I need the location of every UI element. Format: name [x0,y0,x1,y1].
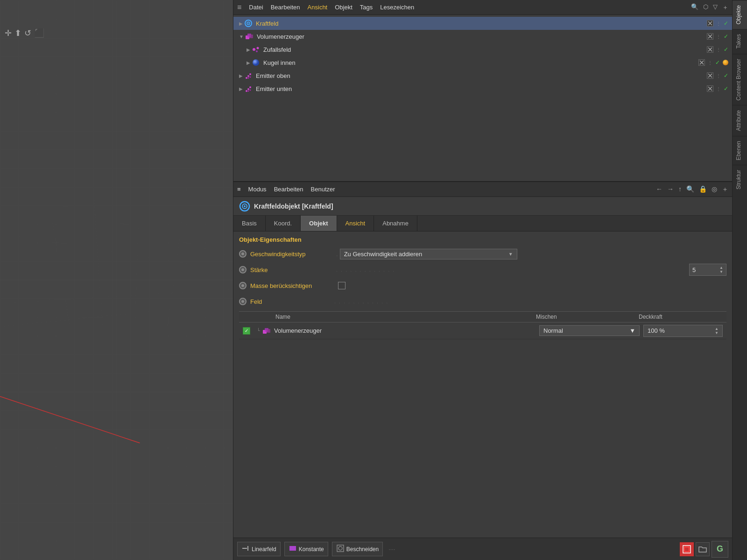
select-icon [682,545,691,554]
add-icon[interactable]: ＋ [722,3,728,12]
object-row-kugel-innen[interactable]: ▶ Kugel innen [233,56,732,69]
svg-point-31 [246,77,247,79]
menu-tags[interactable]: Tags [360,4,373,11]
toolbar-separator: ···· [388,546,395,553]
tab-objekt[interactable]: Objekt [301,216,337,231]
menu-objekt[interactable]: Objekt [335,4,352,11]
field-opacity[interactable]: 100 % ▲ ▼ [643,325,723,337]
emitter-oben-visibility[interactable] [707,72,713,79]
svg-point-28 [253,59,259,66]
object-row-volumenerzeuger[interactable]: ▼ Volumenerzeuger ⋮ ✓ [233,30,732,43]
sidebar-tab-ebenen[interactable]: Ebenen [733,136,747,165]
emitter-unten-controls: ⋮ ✓ [707,85,728,92]
emitter-unten-tick[interactable]: ✓ [724,85,728,92]
spinbox-arrows[interactable]: ▲ ▼ [719,266,723,274]
tool-linearfeld[interactable]: Linearfeld [237,542,281,556]
object-row-zufallsfeld[interactable]: ▶ Zufallsfeld ⋮ ✓ [233,43,732,56]
properties-area: Objekt-Eigenschaften Geschwindigkeitstyp… [233,231,732,538]
field-mix-dropdown[interactable]: Normal ▼ [539,325,640,336]
checkbox-masse[interactable] [338,282,345,289]
g-button[interactable]: G [712,541,728,558]
sidebar-tab-content[interactable]: Content Browser [733,54,747,105]
sidebar-tab-takes[interactable]: Takes [733,29,747,53]
object-row-kraftfeld[interactable]: ▶ Kraftfeld ⋮ ✓ [233,17,732,30]
tab-abnahme[interactable]: Abnahme [374,216,417,231]
forward-icon[interactable]: → [667,185,674,194]
lock-icon[interactable]: 🔒 [699,185,707,194]
radio-feld[interactable] [239,298,247,305]
scale-icon[interactable]: ⬛ [34,28,44,38]
up-nav-icon[interactable]: ↑ [678,185,682,194]
menu-lesezeichen[interactable]: Lesezeichen [380,4,414,11]
tool-beschneiden[interactable]: Beschneiden [332,542,383,556]
prop-row-geschwindigkeitstyp: Geschwindigkeitstyp . Zu Geschwindigkeit… [239,248,726,260]
hamburger-icon[interactable]: ≡ [237,3,241,12]
kraftfeld-dots: ⋮ [716,21,721,26]
kraftfeld-tick[interactable]: ✓ [724,20,728,27]
label-staerke: Stärke [250,266,334,273]
attr-add-icon[interactable]: ＋ [722,185,728,194]
field-row-volumenerzeuger[interactable]: ✓ └ Volumenerzeuger Normal ▼ 100 % [239,322,726,339]
spinbox-staerke[interactable]: 5 ▲ ▼ [689,264,726,276]
emitter-oben-name: Emitter oben [256,72,707,79]
object-row-emitter-oben[interactable]: ▶ Emitter oben ⋮ ✓ [233,69,732,82]
search-icon[interactable]: 🔍 [691,3,698,12]
tab-ansicht[interactable]: Ansicht [337,216,374,231]
zufalls-tick[interactable]: ✓ [724,46,728,53]
folder-tool-btn[interactable] [696,542,710,556]
header-name: Name [275,314,536,320]
vol-dots: ⋮ [716,34,721,39]
mix-arrow: ▼ [629,327,635,334]
emitter-unten-visibility[interactable] [707,85,713,92]
attr-hamburger[interactable]: ≡ [237,186,241,193]
emitter-oben-icon [244,71,253,80]
radio-staerke[interactable] [239,266,247,273]
beschneiden-label: Beschneiden [346,546,379,553]
kugel-visibility[interactable] [698,59,705,66]
tab-basis[interactable]: Basis [233,216,266,231]
sidebar-tab-attribute[interactable]: Attribute [733,105,747,136]
bottom-toolbar: Linearfeld Konstante [233,538,732,560]
select-tool-btn[interactable] [680,542,694,556]
sidebar-tab-struktur[interactable]: Struktur [733,165,747,194]
field-checkbox-vol[interactable]: ✓ [243,327,250,335]
tool-konstante[interactable]: Konstante [284,542,328,556]
filter-icon[interactable]: ⬡ [703,3,708,12]
prop-row-staerke: Stärke . . . . . . . . . . . . . 5 ▲ ▼ [239,264,726,276]
up-icon[interactable]: ⬆ [14,28,21,38]
attr-search-icon[interactable]: 🔍 [686,185,694,194]
zufalls-visibility[interactable] [707,46,713,53]
kugel-icon [251,58,261,67]
menu-ansicht[interactable]: Ansicht [308,4,328,11]
kugel-tick[interactable]: ✓ [715,59,720,66]
attr-bearbeiten[interactable]: Bearbeiten [274,186,303,193]
attr-benutzer[interactable]: Benutzer [311,186,335,193]
tab-koord[interactable]: Koord. [266,216,301,231]
vol-tick[interactable]: ✓ [724,33,728,40]
rotate-icon[interactable]: ↺ [24,28,31,38]
sidebar-tab-objekte[interactable]: Objekte [733,0,747,29]
menu-bearbeiten[interactable]: Bearbeiten [271,4,300,11]
menu-datei[interactable]: Datei [249,4,263,11]
viewport-toolbar: ✛ ⬆ ↺ ⬛ [5,28,44,38]
move-icon[interactable]: ✛ [5,28,12,38]
svg-point-41 [248,91,249,92]
vol-visibility[interactable] [707,33,713,40]
opacity-value: 100 % [648,327,665,334]
linearfeld-icon [241,544,250,554]
filter2-icon[interactable]: ▽ [713,3,718,12]
record-icon[interactable]: ◎ [712,185,717,194]
viewport[interactable]: ✛ ⬆ ↺ ⬛ [0,0,233,560]
zufallsfeld-icon [251,45,261,54]
object-row-emitter-unten[interactable]: ▶ Emitter unten ⋮ ✓ [233,82,732,95]
kraftfeld-visibility[interactable] [707,20,713,27]
back-icon[interactable]: ← [656,185,662,194]
opacity-arrows[interactable]: ▲ ▼ [715,327,719,335]
tree-arrow: ▶ [239,21,243,26]
attr-menu-right: ← → ↑ 🔍 🔒 ◎ ＋ [656,185,728,194]
emitter-oben-tick[interactable]: ✓ [724,72,728,79]
dropdown-geschwindigkeitstyp[interactable]: Zu Geschwindigkeit addieren ▼ [340,249,517,259]
radio-masse[interactable] [239,282,247,289]
attr-modus[interactable]: Modus [248,186,267,193]
radio-geschwindigkeitstyp[interactable] [239,250,247,258]
